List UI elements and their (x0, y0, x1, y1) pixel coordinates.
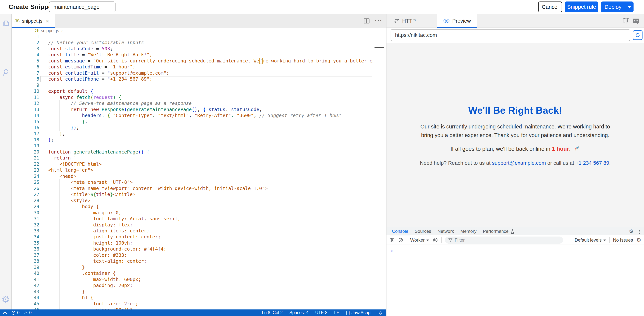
code-line[interactable]: 17 }, (12, 131, 386, 137)
code-line[interactable]: 32 display: flex; (12, 222, 386, 228)
warnings-indicator[interactable]: ⚠ 0 (24, 310, 32, 315)
code-line[interactable]: 24 <head> (12, 173, 386, 179)
code-line[interactable]: 16 }); (12, 125, 386, 131)
code-line[interactable]: 40 .container { (12, 270, 386, 276)
settings-gear-icon[interactable]: ⚙ (2, 295, 10, 304)
encoding-setting[interactable]: UTF-8 (315, 310, 328, 315)
code-line[interactable]: 28 <style> (12, 198, 386, 204)
indentation-setting[interactable]: Spaces: 4 (290, 310, 308, 315)
code-line[interactable]: 13 return new Response(generateMaintenan… (12, 107, 386, 113)
deploy-dropdown-button[interactable] (625, 2, 634, 12)
devtools-tab-console[interactable]: Console (389, 227, 412, 235)
deploy-button[interactable]: Deploy (601, 2, 634, 12)
pane-divider[interactable] (386, 14, 386, 316)
code-line[interactable]: 4const title = "We'll Be Right Back!"; (12, 52, 386, 58)
devtools-menu-icon[interactable] (639, 229, 640, 235)
refresh-icon (635, 32, 640, 38)
code-line[interactable]: 30 margin: 0; (12, 210, 386, 216)
code-line[interactable]: 35 height: 100vh; (12, 240, 386, 246)
code-line[interactable]: 6const estimatedTime = "1 hour"; (12, 64, 386, 70)
discord-icon[interactable] (632, 18, 640, 24)
console-output[interactable]: › (386, 245, 644, 316)
preview-url-input[interactable] (390, 29, 630, 41)
devtools-tab-memory[interactable]: Memory (457, 227, 480, 235)
code-line[interactable]: 38 text-align: center; (12, 258, 386, 264)
eol-setting[interactable]: LF (334, 310, 339, 315)
code-line[interactable]: 18}; (12, 137, 386, 143)
log-levels-selector[interactable]: Default levels (575, 237, 606, 243)
code-line[interactable]: 10export default { (12, 88, 386, 94)
clear-console-icon[interactable] (398, 237, 403, 243)
code-line[interactable]: 37 color: #333; (12, 252, 386, 258)
console-context-selector[interactable]: Worker (410, 237, 429, 243)
console-sidebar-toggle-icon[interactable] (390, 237, 395, 243)
errors-indicator[interactable]: 0 (11, 310, 20, 315)
code-line[interactable]: 44 h1 { (12, 295, 386, 301)
code-line[interactable]: 45 font-size: 2rem; (12, 301, 386, 307)
code-line[interactable]: 27 <title>${title}</title> (12, 191, 386, 197)
code-line[interactable]: 43 } (12, 289, 386, 295)
phone-link[interactable]: +1 234 567 89 (576, 160, 609, 166)
code-line[interactable]: 34 justify-content: center; (12, 234, 386, 240)
language-mode[interactable]: { } JavaScript (346, 310, 372, 315)
close-tab-icon[interactable]: × (46, 18, 49, 24)
code-line[interactable]: 46 color: #0051b3; (12, 307, 386, 309)
code-line[interactable]: 36 background-color: #f4f4f4; (12, 246, 386, 252)
console-settings-icon[interactable]: ⚙ (636, 237, 641, 243)
code-line[interactable]: 22 <!DOCTYPE html> (12, 161, 386, 167)
devtools-tab-performance[interactable]: Performance (480, 227, 518, 235)
snippet-name-input[interactable] (49, 2, 116, 12)
code-line[interactable]: 19 (12, 143, 386, 149)
code-line[interactable]: 26 <meta name="viewport" content="width=… (12, 185, 386, 191)
devtools-tab-sources[interactable]: Sources (412, 227, 434, 235)
code-line[interactable]: 15 }, (12, 119, 386, 125)
docs-book-icon[interactable] (622, 18, 630, 24)
more-actions-icon[interactable]: ··· (375, 17, 382, 24)
tab-preview[interactable]: Preview (437, 14, 477, 28)
code-line[interactable]: 29 body { (12, 204, 386, 210)
eta-suffix: . (569, 146, 570, 152)
console-filter-input[interactable]: Filter (445, 236, 563, 244)
files-icon[interactable] (2, 19, 10, 29)
code-line[interactable]: 11 async fetch(request…) { (12, 94, 386, 100)
code-line[interactable]: 21 return ` (12, 155, 386, 161)
tab-snippet-js[interactable]: JS snippet.js × (12, 14, 55, 28)
breadcrumb-more[interactable]: … (65, 28, 69, 33)
split-editor-icon[interactable] (363, 18, 370, 24)
live-expression-eye-icon[interactable] (432, 237, 438, 243)
refresh-button[interactable] (633, 30, 642, 40)
code-line[interactable]: 3const statusCode = 503; (12, 46, 386, 52)
code-line[interactable]: 20function generateMaintenancePage() { (12, 149, 386, 155)
code-line[interactable]: 8const contactPhone = "+1 234 567 89"; (12, 76, 386, 82)
snippet-rule-button[interactable]: Snippet rule (565, 2, 598, 12)
editor-overview-ruler[interactable] (373, 34, 386, 309)
remote-indicator-icon[interactable]: >< (2, 310, 7, 315)
code-line[interactable]: 9 (12, 82, 386, 88)
code-line[interactable]: 39 } (12, 264, 386, 270)
code-line[interactable]: 12 // Serve the maintenance page as a re… (12, 100, 386, 106)
code-line[interactable]: 23<html lang="en"> (12, 167, 386, 173)
issues-counter[interactable]: No Issues (613, 237, 633, 243)
cancel-button[interactable]: Cancel (538, 2, 562, 12)
tab-http[interactable]: HTTP (387, 14, 422, 28)
code-line[interactable]: 14 headers: { "Content-Type": "text/html… (12, 113, 386, 119)
devtools-tab-network[interactable]: Network (434, 227, 457, 235)
help-mid: or call us at (546, 160, 576, 166)
code-line[interactable]: 5const message = "Our site is currently … (12, 58, 386, 64)
breadcrumb[interactable]: JS snippet.js › … (12, 28, 386, 34)
code-line[interactable]: 25 <meta charset="UTF-8"> (12, 179, 386, 185)
cursor-position[interactable]: Ln 8, Col 2 (262, 310, 282, 315)
devtools-settings-icon[interactable]: ⚙ (629, 227, 634, 235)
breadcrumb-file[interactable]: snippet.js (41, 28, 59, 33)
code-line[interactable]: 42 padding: 20px; (12, 282, 386, 288)
notifications-bell-icon[interactable] (378, 310, 383, 315)
search-icon[interactable] (2, 69, 10, 77)
code-line[interactable]: 33 align-items: center; (12, 228, 386, 234)
code-line[interactable]: 41 max-width: 600px; (12, 276, 386, 282)
code-line[interactable]: 31 font-family: Arial, sans-serif; (12, 216, 386, 222)
support-email-link[interactable]: support@example.com (492, 160, 546, 166)
code-line[interactable]: 2// Define your customizable inputs (12, 40, 386, 46)
code-line[interactable]: 1 (12, 34, 386, 40)
code-line[interactable]: 7const contactEmail = "support@example.c… (12, 70, 386, 76)
code-editor[interactable]: 12// Define your customizable inputs3con… (12, 34, 386, 309)
